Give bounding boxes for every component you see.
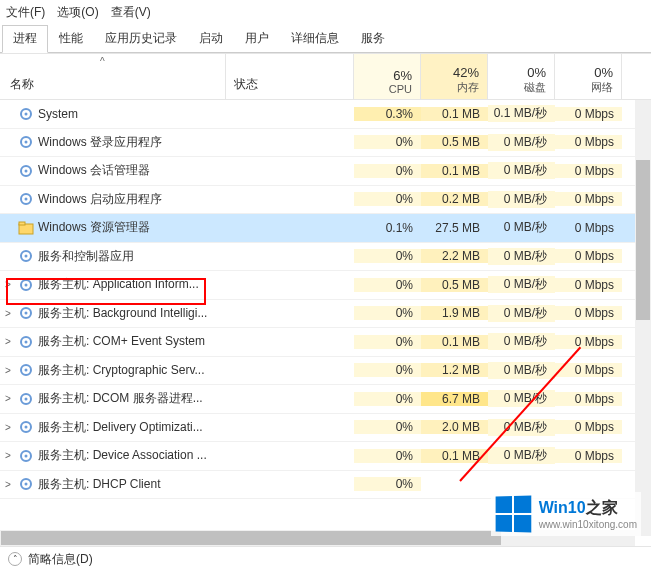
svg-point-11	[25, 255, 28, 258]
table-row[interactable]: >服务主机: Device Association ...0%0.1 MB0 M…	[0, 442, 651, 471]
cpu-cell: 0%	[354, 278, 421, 292]
header-name[interactable]: ^ 名称	[0, 54, 226, 99]
table-row[interactable]: Windows 会话管理器0%0.1 MB0 MB/秒0 Mbps	[0, 157, 651, 186]
menu-bar: 文件(F) 选项(O) 查看(V)	[0, 0, 651, 25]
cpu-cell: 0%	[354, 449, 421, 463]
tab-performance[interactable]: 性能	[48, 25, 94, 52]
cpu-cell: 0%	[354, 363, 421, 377]
vertical-scrollbar[interactable]	[635, 100, 651, 536]
table-row[interactable]: Windows 登录应用程序0%0.5 MB0 MB/秒0 Mbps	[0, 129, 651, 158]
expand-chevron-icon[interactable]: >	[2, 479, 14, 490]
header-memory[interactable]: 42% 内存	[421, 54, 488, 99]
process-name-cell: >服务主机: DCOM 服务器进程...	[0, 390, 226, 407]
header-disk-label: 磁盘	[488, 80, 546, 95]
header-cpu-label: CPU	[354, 83, 412, 95]
tab-bar: 进程 性能 应用历史记录 启动 用户 详细信息 服务	[0, 25, 651, 53]
disk-cell: 0.1 MB/秒	[488, 105, 555, 122]
header-mem-pct: 42%	[421, 65, 479, 80]
menu-options[interactable]: 选项(O)	[57, 4, 98, 21]
vertical-scrollbar-thumb[interactable]	[636, 160, 650, 320]
svg-point-1	[25, 112, 28, 115]
expand-chevron-icon[interactable]: >	[2, 450, 14, 461]
explorer-icon	[18, 220, 34, 236]
gear-icon	[18, 476, 34, 492]
cpu-cell: 0%	[354, 306, 421, 320]
svg-point-25	[25, 454, 28, 457]
memory-cell: 0.1 MB	[421, 335, 488, 349]
table-row[interactable]: System0.3%0.1 MB0.1 MB/秒0 Mbps	[0, 100, 651, 129]
tab-details[interactable]: 详细信息	[280, 25, 350, 52]
header-mem-label: 内存	[421, 80, 479, 95]
process-name: Windows 启动应用程序	[38, 191, 162, 208]
process-name: System	[38, 107, 78, 121]
menu-file[interactable]: 文件(F)	[6, 4, 45, 21]
cpu-cell: 0%	[354, 477, 421, 491]
table-row[interactable]: >服务主机: COM+ Event System0%0.1 MB0 MB/秒0 …	[0, 328, 651, 357]
disk-cell: 0 MB/秒	[488, 447, 555, 464]
process-name-cell: >服务主机: DHCP Client	[0, 476, 226, 493]
disk-cell: 0 MB/秒	[488, 248, 555, 265]
expand-chevron-icon[interactable]: >	[2, 308, 14, 319]
table-row[interactable]: >服务主机: Delivery Optimizati...0%2.0 MB0 M…	[0, 414, 651, 443]
svg-point-23	[25, 426, 28, 429]
gear-icon	[18, 334, 34, 350]
table-row[interactable]: 服务和控制器应用0%2.2 MB0 MB/秒0 Mbps	[0, 243, 651, 272]
table-row[interactable]: Windows 启动应用程序0%0.2 MB0 MB/秒0 Mbps	[0, 186, 651, 215]
expand-chevron-icon[interactable]: >	[2, 279, 14, 290]
cpu-cell: 0.3%	[354, 107, 421, 121]
cpu-cell: 0%	[354, 192, 421, 206]
tab-startup[interactable]: 启动	[188, 25, 234, 52]
disk-cell: 0 MB/秒	[488, 362, 555, 379]
header-network[interactable]: 0% 网络	[555, 54, 622, 99]
process-name-cell: >服务主机: Application Inform...	[0, 276, 226, 293]
expand-chevron-icon[interactable]: >	[2, 422, 14, 433]
table-row[interactable]: >服务主机: Application Inform...0%0.5 MB0 MB…	[0, 271, 651, 300]
svg-point-7	[25, 198, 28, 201]
process-name-cell: >服务主机: Background Intelligi...	[0, 305, 226, 322]
expand-chevron-icon[interactable]: >	[2, 393, 14, 404]
tab-processes[interactable]: 进程	[2, 25, 48, 53]
network-cell: 0 Mbps	[555, 164, 622, 178]
disk-cell: 0 MB/秒	[488, 305, 555, 322]
header-disk-pct: 0%	[488, 65, 546, 80]
process-name: 服务主机: Cryptographic Serv...	[38, 362, 205, 379]
gear-icon	[18, 191, 34, 207]
horizontal-scrollbar-thumb[interactable]	[1, 531, 501, 545]
process-name-cell: >服务主机: Device Association ...	[0, 447, 226, 464]
footer-label[interactable]: 简略信息(D)	[28, 551, 93, 568]
process-name: Windows 资源管理器	[38, 219, 150, 236]
svg-point-13	[25, 283, 28, 286]
process-name-cell: Windows 登录应用程序	[0, 134, 226, 151]
memory-cell: 2.0 MB	[421, 420, 488, 434]
table-row[interactable]: >服务主机: Background Intelligi...0%1.9 MB0 …	[0, 300, 651, 329]
sort-indicator-icon: ^	[100, 56, 105, 67]
header-cpu[interactable]: 6% CPU	[354, 54, 421, 99]
header-cpu-pct: 6%	[354, 68, 412, 83]
expand-chevron-icon[interactable]: >	[2, 365, 14, 376]
network-cell: 0 Mbps	[555, 392, 622, 406]
menu-view[interactable]: 查看(V)	[111, 4, 151, 21]
table-row[interactable]: Windows 资源管理器0.1%27.5 MB0 MB/秒0 Mbps	[0, 214, 651, 243]
tab-services[interactable]: 服务	[350, 25, 396, 52]
gear-icon	[18, 391, 34, 407]
table-row[interactable]: >服务主机: DCOM 服务器进程...0%6.7 MB0 MB/秒0 Mbps	[0, 385, 651, 414]
expand-details-icon[interactable]: ˄	[8, 552, 22, 566]
expand-chevron-icon[interactable]: >	[2, 336, 14, 347]
cpu-cell: 0%	[354, 392, 421, 406]
process-name-cell: >服务主机: Cryptographic Serv...	[0, 362, 226, 379]
network-cell: 0 Mbps	[555, 249, 622, 263]
network-cell: 0 Mbps	[555, 306, 622, 320]
header-disk[interactable]: 0% 磁盘	[488, 54, 555, 99]
svg-point-21	[25, 397, 28, 400]
svg-point-5	[25, 169, 28, 172]
disk-cell: 0 MB/秒	[488, 219, 555, 236]
gear-icon	[18, 163, 34, 179]
watermark: Win10之家 www.win10xitong.com	[491, 492, 641, 536]
table-row[interactable]: >服务主机: Cryptographic Serv...0%1.2 MB0 MB…	[0, 357, 651, 386]
gear-icon	[18, 134, 34, 150]
tab-users[interactable]: 用户	[234, 25, 280, 52]
tab-history[interactable]: 应用历史记录	[94, 25, 188, 52]
process-name-cell: Windows 资源管理器	[0, 219, 226, 236]
svg-point-3	[25, 141, 28, 144]
header-status[interactable]: 状态	[226, 54, 354, 99]
